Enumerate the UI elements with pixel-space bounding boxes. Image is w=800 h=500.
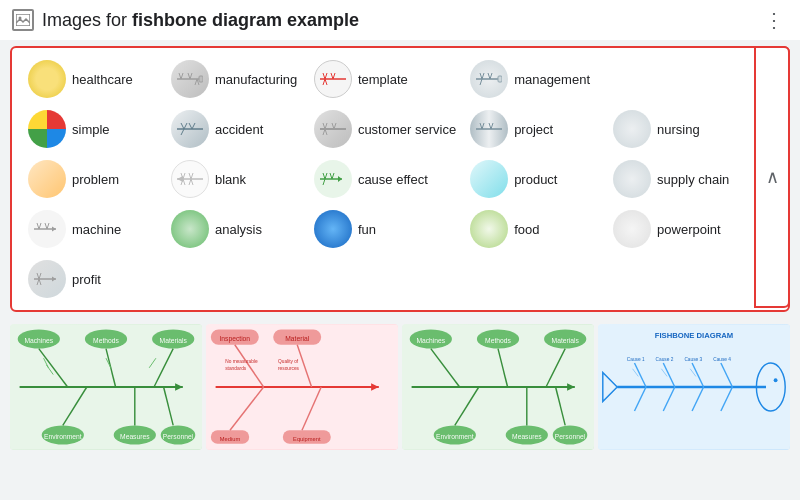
tag-label-management: management xyxy=(514,72,590,87)
svg-text:Measures: Measures xyxy=(120,433,150,440)
header: Images for fishbone diagram example ⋮ xyxy=(0,0,800,40)
fishbone-diagram-svg-4: FISHBONE DIAGRAM Cause 1 Cause 2 xyxy=(598,324,790,450)
template-icon xyxy=(320,68,346,90)
tag-thumb-powerpoint xyxy=(613,210,651,248)
tag-thumb-product xyxy=(470,160,508,198)
tags-container: ∧ healthcare xyxy=(10,46,790,312)
svg-text:Personnel: Personnel xyxy=(555,433,586,440)
svg-line-56 xyxy=(323,179,325,185)
tag-problem[interactable]: problem xyxy=(22,156,163,202)
tag-machine[interactable]: machine xyxy=(22,206,163,252)
tag-label-powerpoint: powerpoint xyxy=(657,222,721,237)
svg-line-29 xyxy=(192,123,195,129)
svg-text:Environment: Environment xyxy=(436,433,474,440)
svg-line-70 xyxy=(39,279,41,285)
profit-icon xyxy=(34,268,60,290)
svg-line-45 xyxy=(183,173,185,179)
fishbone-diagram-svg-2: Inspection Material No measurable standa… xyxy=(206,324,398,450)
tag-thumb-supply-chain xyxy=(613,160,651,198)
blank-icon xyxy=(177,168,203,190)
project-icon xyxy=(476,118,502,140)
svg-line-49 xyxy=(191,173,193,179)
bottom-diagram-3[interactable]: Machines Methods Materials Environment M… xyxy=(402,324,594,450)
tag-thumb-accident xyxy=(171,110,209,148)
bottom-diagram-2[interactable]: Inspection Material No measurable standa… xyxy=(206,324,398,450)
svg-line-21 xyxy=(488,73,490,79)
tag-food[interactable]: food xyxy=(464,206,605,252)
svg-line-67 xyxy=(37,273,39,279)
tag-thumb-customer-service xyxy=(314,110,352,148)
machine-icon xyxy=(34,218,60,240)
svg-line-18 xyxy=(480,73,482,79)
tag-thumb-healthcare xyxy=(28,60,66,98)
tag-label-problem: problem xyxy=(72,172,119,187)
bottom-diagram-4[interactable]: FISHBONE DIAGRAM Cause 1 Cause 2 xyxy=(598,324,790,450)
more-options-button[interactable]: ⋮ xyxy=(760,8,788,32)
svg-line-51 xyxy=(191,179,193,185)
collapse-button[interactable]: ∧ xyxy=(754,46,790,308)
tag-fun[interactable]: fun xyxy=(308,206,462,252)
tag-management[interactable]: management xyxy=(464,56,605,102)
svg-line-47 xyxy=(183,179,185,185)
svg-line-16 xyxy=(325,79,327,85)
fishbone-diagram-svg-3: Machines Methods Materials Environment M… xyxy=(402,324,594,450)
tag-cause-effect[interactable]: cause effect xyxy=(308,156,462,202)
tag-thumb-manufacturing xyxy=(171,60,209,98)
tag-blank[interactable]: blank xyxy=(165,156,306,202)
svg-line-64 xyxy=(47,223,49,229)
tag-label-supply-chain: supply chain xyxy=(657,172,729,187)
svg-rect-23 xyxy=(498,76,502,82)
tag-label-food: food xyxy=(514,222,539,237)
svg-text:Methods: Methods xyxy=(93,337,119,344)
svg-text:FISHBONE DIAGRAM: FISHBONE DIAGRAM xyxy=(655,331,733,340)
tag-nursing[interactable]: nursing xyxy=(607,106,748,152)
bottom-images-row: Machines Methods Materials Environment M… xyxy=(0,318,800,456)
tag-project[interactable]: project xyxy=(464,106,605,152)
svg-line-57 xyxy=(330,173,332,179)
tag-healthcare[interactable]: healthcare xyxy=(22,56,163,102)
svg-line-14 xyxy=(333,73,335,79)
svg-line-50 xyxy=(189,179,191,185)
tag-powerpoint[interactable]: powerpoint xyxy=(607,206,748,252)
svg-line-62 xyxy=(39,223,41,229)
accident-icon xyxy=(177,118,203,140)
tag-thumb-management xyxy=(470,60,508,98)
tag-manufacturing[interactable]: manufacturing xyxy=(165,56,306,102)
tag-thumb-food xyxy=(470,210,508,248)
tag-label-template: template xyxy=(358,72,408,87)
tag-label-accident: accident xyxy=(215,122,263,137)
svg-line-26 xyxy=(184,123,187,129)
svg-text:Methods: Methods xyxy=(485,337,511,344)
svg-text:Materials: Materials xyxy=(160,337,188,344)
tag-profit[interactable]: profit xyxy=(22,256,163,302)
tag-thumb-analysis xyxy=(171,210,209,248)
tag-customer-service[interactable]: customer service xyxy=(308,106,462,152)
tag-label-cause-effect: cause effect xyxy=(358,172,428,187)
tag-template[interactable]: template xyxy=(308,56,462,102)
tag-simple[interactable]: simple xyxy=(22,106,163,152)
svg-text:Medium: Medium xyxy=(220,436,241,442)
bottom-diagram-1[interactable]: Machines Methods Materials Environment M… xyxy=(10,324,202,450)
tag-accident[interactable]: accident xyxy=(165,106,306,152)
tag-thumb-project xyxy=(470,110,508,148)
svg-line-20 xyxy=(480,79,482,85)
svg-line-19 xyxy=(482,73,484,79)
tag-thumb-simple xyxy=(28,110,66,148)
svg-text:Personnel: Personnel xyxy=(163,433,194,440)
tag-supply-chain[interactable]: supply chain xyxy=(607,156,748,202)
tag-product[interactable]: product xyxy=(464,156,605,202)
svg-line-13 xyxy=(331,73,333,79)
svg-line-69 xyxy=(37,279,39,285)
svg-text:Machines: Machines xyxy=(24,337,53,344)
tag-label-blank: blank xyxy=(215,172,246,187)
svg-text:Cause 4: Cause 4 xyxy=(713,357,731,362)
svg-line-41 xyxy=(491,123,493,129)
cause-effect-icon xyxy=(320,168,346,190)
tag-analysis[interactable]: analysis xyxy=(165,206,306,252)
tag-label-product: product xyxy=(514,172,557,187)
manufacturing-icon xyxy=(177,69,203,89)
svg-marker-66 xyxy=(52,277,56,282)
svg-text:Materials: Materials xyxy=(552,337,580,344)
svg-text:resources: resources xyxy=(278,366,300,371)
svg-marker-60 xyxy=(52,227,56,232)
